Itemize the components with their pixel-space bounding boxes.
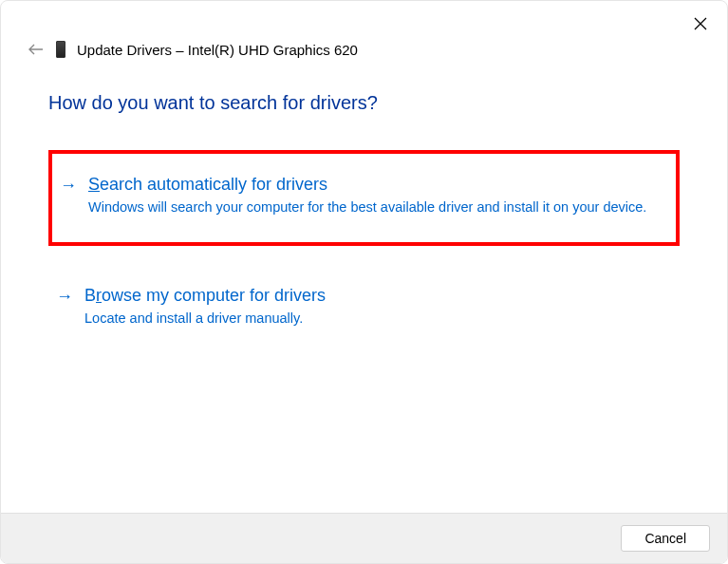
option-description: Windows will search your computer for th… bbox=[88, 198, 659, 217]
arrow-right-icon: → bbox=[60, 175, 77, 196]
option-title: Browse my computer for drivers bbox=[84, 286, 663, 306]
dialog-title: Update Drivers – Intel(R) UHD Graphics 6… bbox=[77, 42, 358, 58]
arrow-right-icon: → bbox=[56, 286, 73, 307]
back-button[interactable] bbox=[28, 44, 45, 55]
cancel-button[interactable]: Cancel bbox=[621, 525, 710, 552]
close-button[interactable] bbox=[689, 12, 712, 35]
option-browse[interactable]: → Browse my computer for drivers Locate … bbox=[48, 269, 680, 348]
dialog-header: Update Drivers – Intel(R) UHD Graphics 6… bbox=[1, 1, 727, 58]
device-icon bbox=[56, 41, 65, 58]
option-title: Search automatically for drivers bbox=[88, 175, 659, 195]
dialog-content: How do you want to search for drivers? →… bbox=[1, 58, 727, 347]
close-icon bbox=[694, 17, 707, 30]
option-description: Locate and install a driver manually. bbox=[84, 310, 663, 329]
option-search-auto[interactable]: → Search automatically for drivers Windo… bbox=[48, 150, 680, 246]
prompt-heading: How do you want to search for drivers? bbox=[48, 92, 680, 114]
dialog-footer: Cancel bbox=[1, 513, 727, 563]
back-arrow-icon bbox=[28, 44, 44, 55]
